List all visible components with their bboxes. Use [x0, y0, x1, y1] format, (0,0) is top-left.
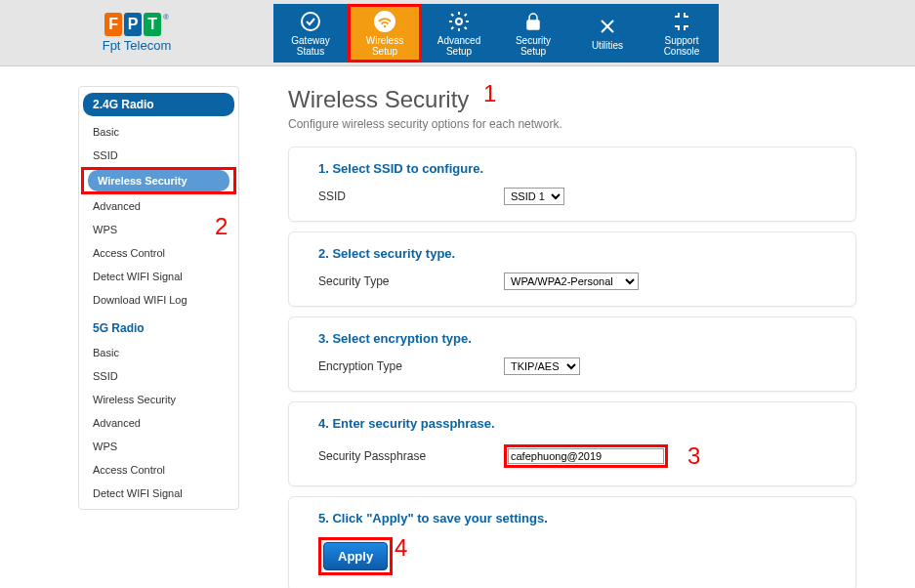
ssid-label: SSID — [318, 189, 504, 203]
apply-highlight: Apply — [318, 537, 393, 575]
nav-advanced-setup[interactable]: Advanced Setup — [422, 4, 496, 63]
sidebar-item-wireless-security-24[interactable]: Wireless Security — [88, 170, 229, 191]
nav-wireless-setup[interactable]: Wireless Setup — [348, 4, 422, 63]
brand-name: Fpt Telecom — [103, 38, 172, 53]
page-title: Wireless Security — [288, 86, 856, 113]
sidebar-item-access-control-5[interactable]: Access Control — [79, 458, 238, 482]
tools-icon — [596, 15, 619, 38]
compress-icon — [670, 10, 693, 33]
ssid-select[interactable]: SSID 1 — [504, 188, 564, 205]
sidebar-item-ssid-5[interactable]: SSID — [79, 364, 238, 388]
sidebar-item-wireless-security-24-highlight: Wireless Security — [81, 167, 236, 194]
nav-gateway-status[interactable]: Gateway Status — [273, 4, 348, 63]
svg-rect-4 — [527, 21, 539, 29]
check-circle-icon — [299, 10, 322, 33]
sidebar-section-5g: 5G Radio — [83, 317, 234, 339]
security-type-label: Security Type — [318, 274, 504, 288]
encryption-type-select[interactable]: TKIP/AES — [504, 357, 580, 375]
sidebar-section-24g: 2.4G Radio — [83, 93, 234, 116]
card-title-1: 1. Select SSID to configure. — [318, 161, 826, 176]
apply-button[interactable]: Apply — [323, 542, 388, 570]
svg-point-2 — [384, 24, 386, 26]
card-passphrase: 4. Enter security passphrase. Security P… — [288, 401, 856, 486]
sidebar-item-wps-24[interactable]: WPS — [79, 218, 238, 241]
card-title-3: 3. Select encryption type. — [318, 331, 826, 346]
nav-utilities[interactable]: Utilities — [570, 4, 645, 63]
sidebar-item-detect-wifi-5[interactable]: Detect WIFI Signal — [79, 482, 238, 505]
sidebar-item-basic-5[interactable]: Basic — [79, 341, 238, 364]
header: FPT® Fpt Telecom Gateway Status Wireless… — [0, 0, 915, 66]
security-type-select[interactable]: WPA/WPA2-Personal — [504, 273, 639, 290]
sidebar: 2.4G Radio Basic SSID Wireless Security … — [78, 86, 239, 510]
brand-logo: FPT® Fpt Telecom — [0, 13, 273, 53]
card-encryption-type: 3. Select encryption type. Encryption Ty… — [288, 316, 856, 392]
encryption-type-label: Encryption Type — [318, 359, 504, 373]
sidebar-item-wireless-security-5[interactable]: Wireless Security — [79, 388, 238, 411]
sidebar-item-detect-wifi-24[interactable]: Detect WIFI Signal — [79, 265, 238, 288]
passphrase-highlight — [504, 444, 668, 468]
svg-point-1 — [375, 12, 395, 31]
sidebar-item-download-log-24[interactable]: Download WIFI Log — [79, 288, 238, 312]
sidebar-item-ssid-24[interactable]: SSID — [79, 144, 238, 167]
card-security-type: 2. Select security type. Security Type W… — [288, 231, 856, 307]
svg-point-0 — [302, 13, 319, 30]
page-subtitle: Configure wireless security options for … — [288, 117, 856, 131]
sidebar-item-basic-24[interactable]: Basic — [79, 120, 238, 144]
card-title-4: 4. Enter security passphrase. — [318, 416, 826, 431]
nav-support-console[interactable]: Support Console — [645, 4, 719, 63]
nav-security-setup[interactable]: Security Setup — [496, 4, 570, 63]
card-apply: 5. Click "Apply" to save your settings. … — [288, 496, 856, 588]
passphrase-input[interactable] — [508, 448, 664, 464]
sidebar-item-advanced-24[interactable]: Advanced — [79, 194, 238, 218]
annotation-3: 3 — [687, 442, 700, 470]
card-title-2: 2. Select security type. — [318, 246, 826, 261]
lock-icon — [521, 10, 545, 33]
wifi-icon — [373, 10, 396, 33]
card-select-ssid: 1. Select SSID to configure. SSID SSID 1 — [288, 147, 856, 222]
card-title-5: 5. Click "Apply" to save your settings. — [318, 511, 826, 525]
top-nav: Gateway Status Wireless Setup Advanced S… — [273, 4, 719, 63]
sidebar-item-advanced-5[interactable]: Advanced — [79, 411, 238, 435]
sidebar-item-wps-5[interactable]: WPS — [79, 435, 238, 458]
svg-point-3 — [456, 19, 462, 24]
annotation-4: 4 — [395, 534, 407, 562]
sidebar-item-access-control-24[interactable]: Access Control — [79, 241, 238, 265]
gear-icon — [447, 10, 471, 33]
main-content: Wireless Security 1 Configure wireless s… — [288, 86, 915, 588]
passphrase-label: Security Passphrase — [318, 449, 504, 463]
